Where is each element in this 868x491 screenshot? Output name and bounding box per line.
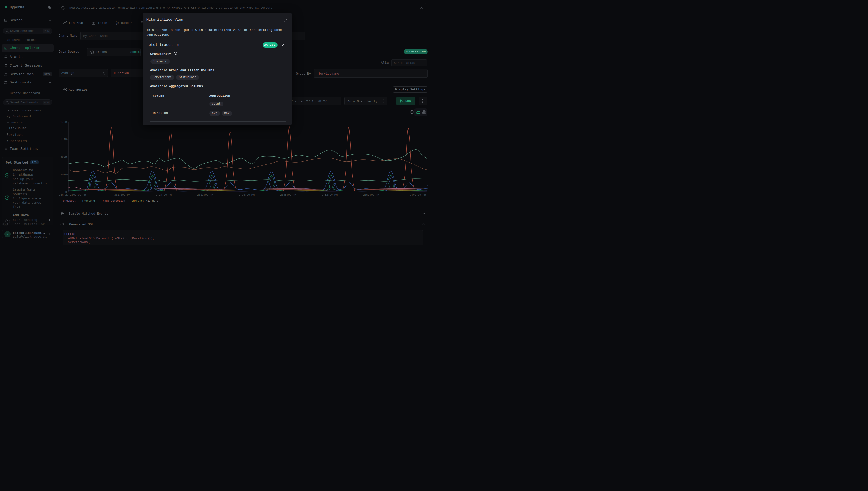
svg-text:Jan 27 2:08:00 PM: Jan 27 2:08:00 PM <box>59 194 86 196</box>
svg-text:2:45:00 PM: 2:45:00 PM <box>280 194 296 196</box>
svg-text:1.6B: 1.6B <box>61 121 67 123</box>
svg-text:2:24:00 PM: 2:24:00 PM <box>156 194 172 196</box>
svg-text:0: 0 <box>65 191 67 194</box>
svg-text:2:17:00 PM: 2:17:00 PM <box>114 194 130 196</box>
svg-text:3:08:00 PM: 3:08:00 PM <box>410 194 426 196</box>
svg-text:400M: 400M <box>61 173 67 176</box>
svg-text:2:52:00 PM: 2:52:00 PM <box>322 194 337 196</box>
svg-text:2:31:00 PM: 2:31:00 PM <box>197 194 213 196</box>
svg-text:2:59:00 PM: 2:59:00 PM <box>363 194 379 196</box>
svg-text:2: 2 <box>116 23 117 25</box>
svg-text:3: 3 <box>117 22 119 24</box>
svg-text:1.2B: 1.2B <box>61 138 67 141</box>
svg-text:800M: 800M <box>61 155 67 158</box>
svg-text:2:38:00 PM: 2:38:00 PM <box>239 194 255 196</box>
